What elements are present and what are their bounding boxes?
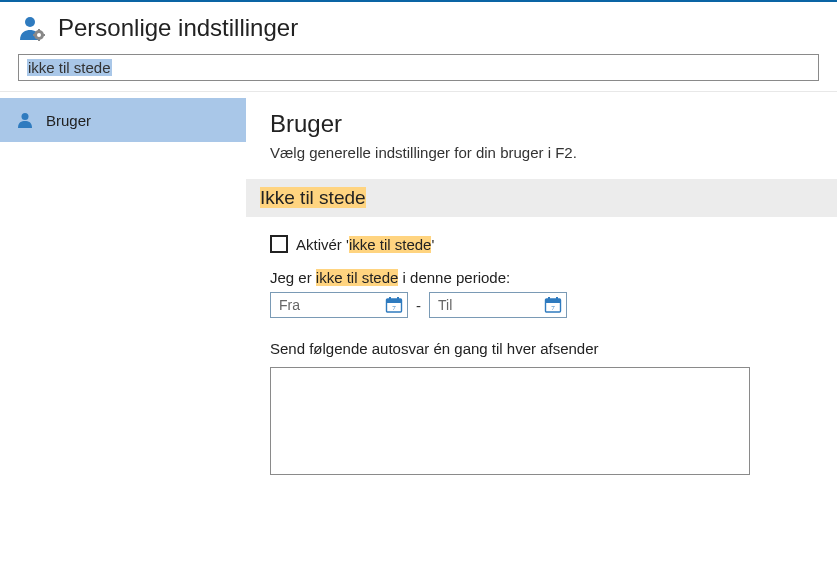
- content-title: Bruger: [270, 110, 813, 138]
- sidebar-item-label: Bruger: [46, 112, 91, 129]
- section-title: Ikke til stede: [260, 187, 366, 208]
- date-from-placeholder: Fra: [279, 297, 300, 313]
- svg-rect-10: [389, 297, 391, 301]
- search-container: ikke til stede: [0, 50, 837, 91]
- content-subtitle: Vælg generelle indstillinger for din bru…: [270, 144, 813, 161]
- svg-rect-15: [548, 297, 550, 301]
- svg-point-0: [25, 17, 35, 27]
- autosvar-label: Send følgende autosvar én gang til hver …: [270, 340, 813, 357]
- period-suffix: i denne periode:: [398, 269, 510, 286]
- dialog-title: Personlige indstillinger: [58, 14, 298, 42]
- svg-rect-9: [387, 299, 402, 303]
- date-from-field[interactable]: Fra 7: [270, 292, 408, 318]
- period-label: Jeg er ikke til stede i denne periode:: [270, 269, 813, 286]
- sidebar-item-bruger[interactable]: Bruger: [0, 98, 246, 142]
- activate-highlight: ikke til stede: [349, 236, 432, 253]
- search-value: ikke til stede: [27, 59, 112, 76]
- svg-rect-14: [546, 299, 561, 303]
- svg-point-2: [37, 33, 41, 37]
- section-header: Ikke til stede: [246, 179, 837, 217]
- activate-checkbox[interactable]: [270, 235, 288, 253]
- autosvar-textarea[interactable]: [270, 367, 750, 475]
- svg-rect-11: [397, 297, 399, 301]
- svg-point-7: [22, 113, 29, 120]
- user-settings-icon: [18, 14, 46, 42]
- activate-prefix: Aktivér ': [296, 236, 349, 253]
- calendar-icon[interactable]: 7: [544, 296, 562, 314]
- period-section: Jeg er ikke til stede i denne periode: F…: [270, 269, 813, 318]
- activate-row: Aktivér 'ikke til stede': [270, 235, 813, 253]
- period-prefix: Jeg er: [270, 269, 316, 286]
- date-to-placeholder: Til: [438, 297, 452, 313]
- user-icon: [16, 111, 34, 129]
- period-highlight: ikke til stede: [316, 269, 399, 286]
- date-inputs: Fra 7 - Til: [270, 292, 813, 318]
- activate-suffix: ': [431, 236, 434, 253]
- calendar-icon[interactable]: 7: [385, 296, 403, 314]
- svg-rect-16: [556, 297, 558, 301]
- svg-text:7: 7: [392, 304, 396, 312]
- sidebar: Bruger: [0, 92, 246, 475]
- dialog-header: Personlige indstillinger: [0, 2, 837, 50]
- activate-label: Aktivér 'ikke til stede': [296, 236, 434, 253]
- search-input[interactable]: ikke til stede: [18, 54, 819, 81]
- date-separator: -: [416, 297, 421, 314]
- date-to-field[interactable]: Til 7: [429, 292, 567, 318]
- svg-text:7: 7: [551, 304, 555, 312]
- content-panel: Bruger Vælg generelle indstillinger for …: [246, 92, 837, 475]
